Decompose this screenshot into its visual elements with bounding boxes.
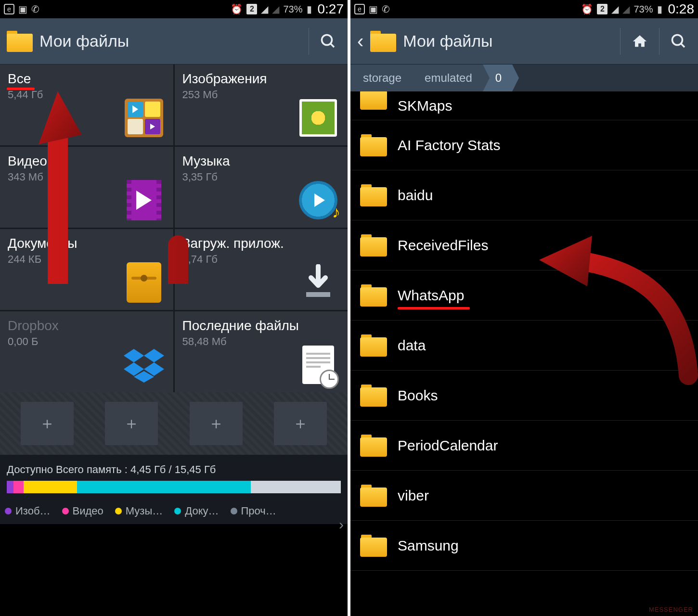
folder-row[interactable]: data xyxy=(350,321,698,371)
header-divider xyxy=(620,28,620,55)
folder-icon xyxy=(360,134,387,156)
tile-title: Последние файлы xyxy=(182,318,340,334)
clock: 0:27 xyxy=(318,1,344,17)
shortcut-row: ＋ ＋ ＋ ＋ xyxy=(0,392,348,455)
folder-icon xyxy=(360,435,387,457)
image-icon: ▣ xyxy=(369,3,378,15)
add-shortcut-3[interactable]: ＋ xyxy=(190,402,243,445)
search-button[interactable] xyxy=(666,29,691,54)
tile-icon xyxy=(297,262,339,303)
crumb-storage[interactable]: storage xyxy=(350,64,412,91)
tile-icon xyxy=(123,262,165,303)
tile-icon xyxy=(297,97,339,139)
app-folder-icon xyxy=(370,31,396,52)
watermark: MESSENGER xyxy=(649,606,693,613)
folder-icon xyxy=(360,234,387,257)
phone-icon: ✆ xyxy=(31,3,39,15)
more-handle[interactable]: › xyxy=(335,510,348,539)
phone-right: e ▣ ✆ ⏰ 2 ◢ ◢ 73% ▮ 0:28 ‹ Мои файлы sto… xyxy=(350,0,698,616)
folder-name: AI Factory Stats xyxy=(398,137,500,154)
legend-label: Видео xyxy=(73,505,103,517)
storage-label: Доступно Всего память : 4,45 Гб / 15,45 … xyxy=(7,463,341,476)
tile-icon xyxy=(123,180,165,221)
tile-recent[interactable]: Последние файлы 58,48 Мб xyxy=(175,311,348,392)
storage-panel: Доступно Всего память : 4,45 Гб / 15,45 … xyxy=(0,455,348,496)
category-tiles: Все 5,44 Гб Изображения 253 Мб Видео 343… xyxy=(0,64,348,392)
legend-label: Доку… xyxy=(185,505,219,517)
folder-name: data xyxy=(398,337,426,354)
legend-item: Видео xyxy=(62,505,103,517)
search-button[interactable] xyxy=(316,29,341,54)
back-button[interactable]: ‹ xyxy=(357,30,363,52)
folder-name: SKMaps xyxy=(398,98,452,114)
folder-icon xyxy=(360,184,387,206)
tile-icon: ♪ xyxy=(297,180,339,221)
folder-name: WhatsApp xyxy=(398,287,464,304)
alarm-icon: ⏰ xyxy=(581,3,593,15)
folder-row[interactable]: AI Factory Stats xyxy=(350,120,698,170)
folder-row[interactable]: baidu xyxy=(350,170,698,220)
svg-point-3 xyxy=(672,35,683,45)
storage-seg-other xyxy=(77,481,251,493)
folder-row[interactable]: Samsung xyxy=(350,521,698,571)
add-shortcut-2[interactable]: ＋ xyxy=(105,402,158,445)
folder-row[interactable]: viber xyxy=(350,471,698,521)
legend-item: Изоб… xyxy=(5,505,51,517)
crumb-emulated[interactable]: emulated xyxy=(412,64,483,91)
signal-icon-2: ◢ xyxy=(272,3,279,15)
tile-downloads[interactable]: Загруж. прилож. 1,74 Гб xyxy=(175,229,348,310)
tile-all[interactable]: Все 5,44 Гб xyxy=(0,64,173,145)
battery-icon: ▮ xyxy=(307,3,312,15)
tile-title: Dropbox xyxy=(8,318,166,334)
storage-seg-music xyxy=(24,481,77,493)
legend-label: Проч… xyxy=(241,505,276,517)
ie-icon: e xyxy=(354,4,365,14)
tile-title: Загруж. прилож. xyxy=(182,236,340,251)
tile-dropbox[interactable]: Dropbox 0,00 Б xyxy=(0,311,173,392)
folder-row[interactable]: SKMaps xyxy=(350,91,698,120)
legend-label: Изоб… xyxy=(15,505,51,517)
folder-icon xyxy=(360,535,387,557)
folder-icon xyxy=(360,385,387,407)
signal-icon: ◢ xyxy=(261,3,268,15)
sim-badge: 2 xyxy=(246,4,257,14)
tile-images[interactable]: Изображения 253 Мб xyxy=(175,64,348,145)
battery-icon: ▮ xyxy=(657,3,662,15)
storage-seg-images xyxy=(7,481,13,493)
add-shortcut-4[interactable]: ＋ xyxy=(274,402,327,445)
battery-text: 73% xyxy=(633,4,653,15)
tile-title: Изображения xyxy=(182,71,340,87)
add-shortcut-1[interactable]: ＋ xyxy=(21,402,74,445)
signal-icon-2: ◢ xyxy=(622,3,630,15)
folder-row-whatsapp[interactable]: WhatsApp xyxy=(350,270,698,321)
folder-icon xyxy=(360,485,387,507)
folder-list[interactable]: SKMaps AI Factory Stats baidu ReceivedFi… xyxy=(350,91,698,616)
tile-title: Видео xyxy=(8,154,166,169)
folder-name: PeriodCalendar xyxy=(398,437,498,454)
legend-item: Проч… xyxy=(231,505,276,517)
annotation-underline xyxy=(7,88,35,90)
image-icon: ▣ xyxy=(18,3,27,15)
crumb-label: emulated xyxy=(425,71,472,85)
storage-legend: Изоб… Видео Музы… Доку… Проч… xyxy=(0,496,348,524)
folder-name: ReceivedFiles xyxy=(398,237,488,254)
folder-name: Samsung xyxy=(398,538,459,554)
header-divider xyxy=(309,28,309,55)
folder-row[interactable]: PeriodCalendar xyxy=(350,421,698,471)
folder-icon xyxy=(360,284,387,307)
legend-label: Музы… xyxy=(126,505,163,517)
svg-line-1 xyxy=(331,43,335,47)
storage-bar xyxy=(7,481,341,493)
tile-music[interactable]: Музыка 3,35 Гб ♪ xyxy=(175,147,348,228)
alarm-icon: ⏰ xyxy=(231,3,243,15)
app-title: Мои файлы xyxy=(403,32,613,51)
home-button[interactable] xyxy=(627,29,652,54)
tile-documents[interactable]: Документы 244 КБ xyxy=(0,229,173,310)
tile-video[interactable]: Видео 343 Мб xyxy=(0,147,173,228)
status-bar: e ▣ ✆ ⏰ 2 ◢ ◢ 73% ▮ 0:28 xyxy=(350,0,698,18)
dropbox-icon xyxy=(123,344,165,385)
tile-icon xyxy=(297,344,339,385)
folder-row[interactable]: ReceivedFiles xyxy=(350,220,698,270)
folder-row[interactable]: Books xyxy=(350,371,698,421)
svg-point-0 xyxy=(322,35,332,45)
